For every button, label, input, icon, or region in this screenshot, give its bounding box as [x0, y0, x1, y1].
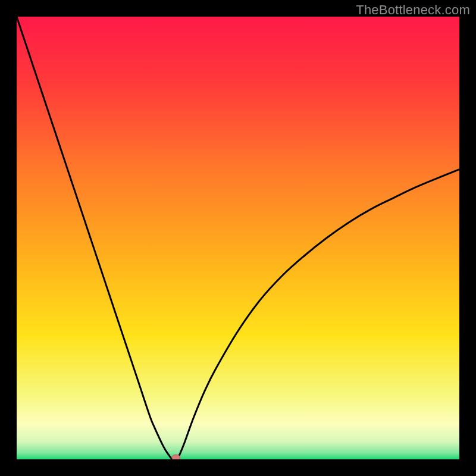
- plot-area: [17, 17, 459, 459]
- gradient-background: [17, 17, 459, 459]
- watermark-text: TheBottleneck.com: [356, 2, 470, 18]
- chart-frame: TheBottleneck.com: [0, 0, 476, 476]
- optimum-marker: [172, 455, 180, 459]
- chart-svg: [17, 17, 459, 459]
